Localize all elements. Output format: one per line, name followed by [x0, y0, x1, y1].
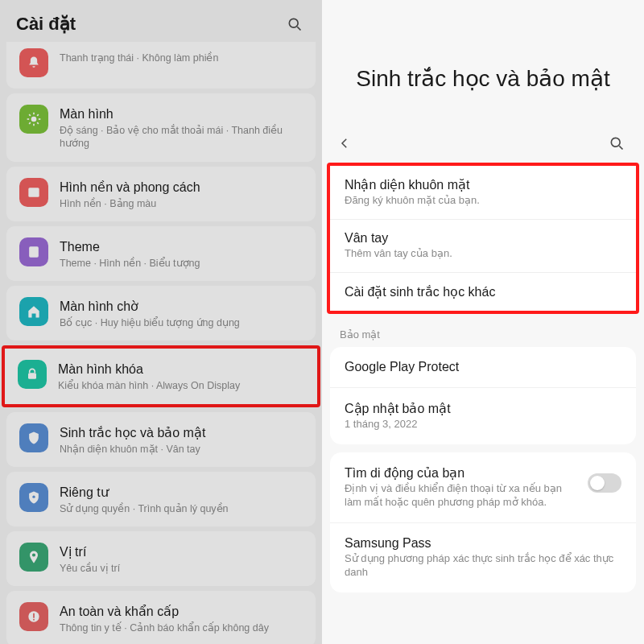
settings-item-subtitle: Yêu cầu vị trí: [60, 562, 303, 575]
settings-item-title: Màn hình: [60, 106, 303, 122]
settings-item-homescreen[interactable]: Màn hình chờ Bố cục · Huy hiệu biểu tượn…: [6, 286, 316, 341]
settings-item-title: Hình nền và phong cách: [60, 180, 303, 196]
svg-rect-17: [33, 619, 35, 621]
biometrics-item-other[interactable]: Cài đặt sinh trắc học khác: [330, 272, 636, 311]
item-title: Vân tay: [345, 231, 621, 246]
settings-item-lockscreen[interactable]: Màn hình khóa Kiểu khóa màn hình · Alway…: [5, 349, 317, 403]
settings-item-emergency[interactable]: An toàn và khẩn cấp Thông tin y tế · Cản…: [6, 591, 316, 644]
biometrics-title: Sinh trắc học và bảo mật: [346, 64, 620, 93]
settings-item-wallpaper[interactable]: Hình nền và phong cách Hình nền · Bảng m…: [6, 167, 316, 221]
settings-item-text: Màn hình chờ Bố cục · Huy hiệu biểu tượn…: [60, 297, 303, 329]
find-card: Tìm di động của bạn Định vị và điều khiể…: [330, 452, 636, 592]
item-subtitle: Sử dụng phương pháp xác thực sinh trắc h…: [345, 552, 621, 580]
settings-item-subtitle: Thông tin y tế · Cảnh báo khẩn cấp không…: [60, 621, 303, 634]
settings-item-text: Sinh trắc học và bảo mật Nhận diện khuôn…: [60, 423, 303, 456]
search-button[interactable]: [283, 13, 306, 35]
settings-item-title: Màn hình khóa: [58, 361, 304, 378]
search-icon: [609, 135, 625, 151]
settings-item-subtitle: Theme · Hình nền · Biểu tượng: [60, 257, 303, 270]
svg-rect-16: [33, 613, 35, 618]
settings-item-text: Màn hình khóa Kiểu khóa màn hình · Alway…: [58, 360, 304, 392]
settings-header: Cài đặt: [0, 0, 322, 42]
search-button[interactable]: [605, 132, 628, 155]
image-icon: [19, 178, 48, 207]
privacy-icon: [19, 483, 48, 512]
find-my-mobile-toggle[interactable]: [588, 473, 621, 493]
settings-item-title: Theme: [60, 239, 303, 255]
security-section-label: Bảo mật: [322, 322, 644, 347]
svg-line-7: [29, 114, 31, 116]
settings-item-title: Riêng tư: [60, 485, 303, 501]
shield-icon: [19, 423, 48, 452]
item-title: Nhận diện khuôn mặt: [345, 177, 621, 192]
item-text: Tìm di động của bạn Định vị và điều khiể…: [345, 465, 580, 510]
highlight-box-biometrics: Nhận diện khuôn mặt Đăng ký khuôn mặt củ…: [327, 163, 639, 314]
settings-item-privacy[interactable]: Riêng tư Sử dụng quyền · Trình quản lý q…: [6, 472, 316, 526]
settings-item-subtitle: Sử dụng quyền · Trình quản lý quyền: [60, 502, 303, 515]
item-title: Cập nhật bảo mật: [345, 401, 621, 416]
emergency-icon: [19, 602, 48, 631]
svg-rect-12: [29, 246, 39, 257]
samsung-pass-item[interactable]: Samsung Pass Sử dụng phương pháp xác thự…: [330, 522, 636, 592]
svg-point-14: [32, 495, 35, 497]
search-icon: [287, 16, 303, 32]
biometrics-panel: Sinh trắc học và bảo mật Nhận diện khuôn…: [322, 0, 644, 644]
lock-icon: [18, 360, 47, 389]
find-my-mobile-item[interactable]: Tìm di động của bạn Định vị và điều khiể…: [330, 452, 636, 522]
theme-icon: [19, 237, 48, 266]
settings-list: Thanh trạng thái · Không làm phiền Màn h…: [0, 42, 322, 644]
settings-item-title: Vị trí: [60, 544, 303, 560]
item-subtitle: Thêm vân tay của bạn.: [345, 247, 621, 261]
svg-line-20: [619, 147, 622, 150]
security-item-play-protect[interactable]: Google Play Protect: [330, 347, 636, 387]
svg-rect-11: [28, 188, 39, 197]
item-subtitle: Định vị và điều khiển điện thoại từ xa n…: [345, 482, 580, 510]
settings-item-text: Riêng tư Sử dụng quyền · Trình quản lý q…: [60, 483, 303, 515]
bell-icon: [19, 48, 48, 77]
location-icon: [19, 543, 48, 572]
item-subtitle: Đăng ký khuôn mặt của bạn.: [345, 194, 621, 208]
settings-item-location[interactable]: Vị trí Yêu cầu vị trí: [6, 531, 316, 586]
item-title: Samsung Pass: [345, 536, 621, 551]
settings-item-subtitle: Kiểu khóa màn hình · Always On Display: [58, 379, 304, 392]
biometrics-nav: [322, 126, 644, 161]
settings-item-subtitle: Bố cục · Huy hiệu biểu tượng ứng dụng: [60, 316, 303, 329]
home-icon: [19, 297, 48, 326]
svg-point-19: [611, 138, 620, 147]
security-item-update[interactable]: Cập nhật bảo mật 1 tháng 3, 2022: [330, 387, 636, 444]
security-card: Google Play Protect Cập nhật bảo mật 1 t…: [330, 347, 636, 444]
biometrics-item-fingerprint[interactable]: Vân tay Thêm vân tay của bạn.: [330, 219, 636, 272]
settings-item-subtitle: Nhận diện khuôn mặt · Vân tay: [60, 443, 303, 456]
settings-item-notifications[interactable]: Thanh trạng thái · Không làm phiền: [6, 42, 316, 89]
item-subtitle: 1 tháng 3, 2022: [345, 418, 621, 431]
item-title: Tìm di động của bạn: [345, 465, 580, 481]
settings-item-text: Màn hình Độ sáng · Bảo vệ cho mắt thoải …: [60, 105, 303, 151]
biometrics-item-face[interactable]: Nhận diện khuôn mặt Đăng ký khuôn mặt củ…: [330, 166, 636, 219]
settings-item-title: An toàn và khẩn cấp: [60, 604, 303, 620]
settings-item-title: Sinh trắc học và bảo mật: [60, 425, 303, 441]
settings-item-text: Theme Theme · Hình nền · Biểu tượng: [60, 237, 303, 270]
svg-line-1: [297, 27, 300, 30]
settings-item-text: An toàn và khẩn cấp Thông tin y tế · Cản…: [60, 602, 303, 634]
svg-rect-13: [28, 374, 36, 380]
settings-item-subtitle: Thanh trạng thái · Không làm phiền: [60, 52, 303, 64]
sun-icon: [19, 105, 48, 134]
settings-item-text: Thanh trạng thái · Không làm phiền: [60, 48, 303, 64]
item-title: Cài đặt sinh trắc học khác: [345, 284, 621, 299]
chevron-left-icon: [337, 136, 352, 151]
settings-panel: Cài đặt Thanh trạng thái · Không làm phi…: [0, 0, 322, 644]
item-title: Google Play Protect: [345, 360, 621, 374]
settings-item-biometrics[interactable]: Sinh trắc học và bảo mật Nhận diện khuôn…: [6, 412, 316, 467]
svg-point-0: [289, 19, 298, 27]
settings-item-title: Màn hình chờ: [60, 299, 303, 315]
biometrics-title-wrap: Sinh trắc học và bảo mật: [322, 0, 644, 126]
settings-item-theme[interactable]: Theme Theme · Hình nền · Biểu tượng: [6, 226, 316, 281]
highlight-box-lockscreen: Màn hình khóa Kiểu khóa màn hình · Alway…: [2, 345, 320, 407]
settings-item-text: Hình nền và phong cách Hình nền · Bảng m…: [60, 178, 303, 210]
settings-item-display[interactable]: Màn hình Độ sáng · Bảo vệ cho mắt thoải …: [6, 93, 316, 162]
settings-item-subtitle: Độ sáng · Bảo vệ cho mắt thoải mái · Tha…: [60, 124, 303, 151]
svg-line-9: [29, 122, 31, 124]
svg-line-10: [37, 114, 39, 116]
back-button[interactable]: [333, 132, 356, 155]
svg-line-8: [37, 122, 39, 124]
